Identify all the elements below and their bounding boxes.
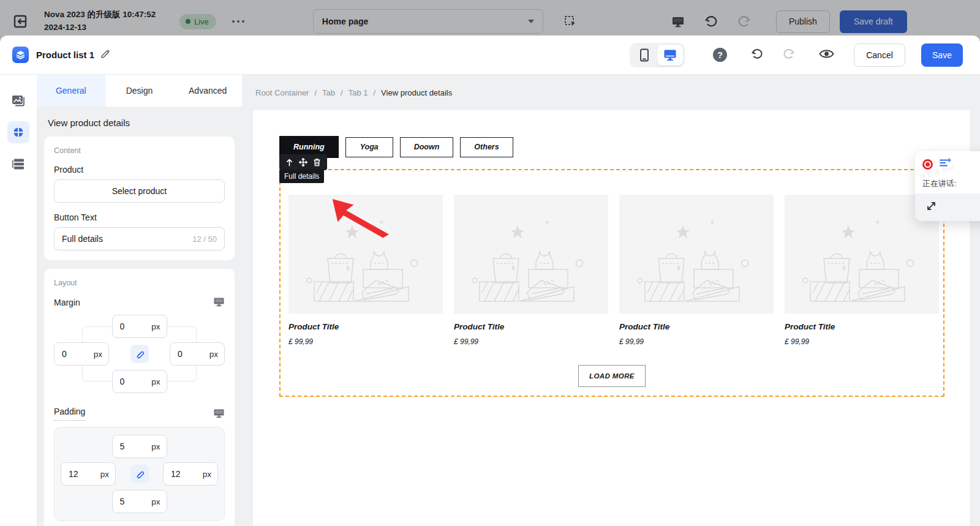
- settings-panel: General Design Advanced View product det…: [37, 75, 242, 526]
- product-price: £ 99,99: [619, 337, 774, 346]
- char-counter: 12 / 50: [192, 235, 217, 244]
- panel-scroll-area[interactable]: View product details Content Product Sel…: [37, 107, 242, 526]
- select-product-button[interactable]: Select product: [54, 179, 225, 203]
- category-tab-doown[interactable]: Doown: [400, 137, 454, 157]
- product-placeholder-image: [619, 195, 774, 314]
- speaking-label: 正在讲话:: [922, 178, 980, 189]
- product-placeholder-image: [454, 195, 608, 314]
- button-text-input[interactable]: [62, 234, 192, 244]
- layout-card: Layout Margin px: [44, 269, 235, 526]
- layout-section-label: Layout: [54, 279, 225, 287]
- margin-bottom-field: px: [112, 370, 167, 393]
- margin-right-field: px: [170, 342, 225, 366]
- component-logo-icon: [12, 47, 29, 63]
- recorder-footer: [915, 193, 980, 221]
- padding-link-values-icon[interactable]: [130, 465, 149, 483]
- transcript-list-icon[interactable]: [939, 157, 951, 171]
- unit-label: px: [151, 497, 160, 506]
- star-icon: [842, 225, 855, 238]
- breadcrumb-root[interactable]: Root Container: [255, 88, 309, 97]
- star-icon: [676, 225, 690, 238]
- save-button[interactable]: Save: [921, 43, 963, 67]
- margin-right-input[interactable]: [178, 349, 202, 359]
- content-card: Content Product Select product Button Te…: [44, 137, 235, 260]
- annotation-arrow: [328, 195, 391, 240]
- breadcrumb: Root Container/ Tab/ Tab 1/ View product…: [255, 88, 452, 97]
- padding-top-input[interactable]: [120, 441, 145, 451]
- padding-right-input[interactable]: [171, 469, 195, 479]
- breadcrumb-tab1[interactable]: Tab 1: [349, 88, 368, 97]
- editor-undo-icon[interactable]: [750, 47, 764, 63]
- padding-bottom-input[interactable]: [120, 497, 145, 506]
- load-more-button[interactable]: LOAD MORE: [578, 365, 646, 387]
- padding-left-input[interactable]: [69, 469, 93, 479]
- margin-top-input[interactable]: [120, 321, 145, 331]
- category-tab-others[interactable]: Others: [460, 137, 513, 157]
- breadcrumb-current: View product details: [381, 88, 452, 97]
- star-icon: [511, 225, 524, 238]
- editor-header: Product list 1 ?: [0, 36, 980, 75]
- expand-icon[interactable]: [926, 201, 937, 214]
- recorder-widget[interactable]: 张舒湛 004 正在讲话:: [915, 151, 980, 221]
- component-title: Product list 1: [36, 50, 94, 60]
- image-icon: [11, 94, 26, 107]
- unit-label: px: [100, 470, 109, 479]
- category-tab-yoga[interactable]: Yoga: [345, 137, 393, 157]
- margin-left-field: px: [54, 342, 109, 366]
- desktop-view-toggle[interactable]: [657, 45, 683, 66]
- block-toolbar: [279, 154, 327, 170]
- unit-label: px: [151, 377, 160, 386]
- panel-tabs: General Design Advanced: [37, 75, 242, 107]
- product-field-label: Product: [54, 165, 225, 175]
- preview-eye-icon[interactable]: [819, 48, 834, 62]
- sidebar-item-media[interactable]: [7, 89, 29, 111]
- padding-top-field: px: [112, 435, 167, 458]
- margin-left-input[interactable]: [62, 349, 86, 359]
- sidebar-item-blocks[interactable]: [7, 121, 29, 143]
- margin-top-field: px: [112, 315, 167, 338]
- tab-advanced[interactable]: Advanced: [173, 75, 242, 107]
- panel-heading: View product details: [48, 118, 231, 128]
- breadcrumb-tab[interactable]: Tab: [322, 88, 335, 97]
- tab-general[interactable]: General: [37, 75, 105, 107]
- editor-redo-icon[interactable]: [782, 47, 796, 63]
- help-icon[interactable]: ?: [713, 48, 727, 62]
- margin-label: Margin: [54, 298, 80, 307]
- product-title: Product Title: [785, 322, 939, 331]
- margin-link-values-icon[interactable]: [130, 345, 149, 363]
- product-price: £ 99,99: [288, 337, 443, 346]
- delete-trash-icon[interactable]: [313, 158, 321, 167]
- product-title: Product Title: [454, 322, 608, 331]
- padding-device-monitor-icon[interactable]: [213, 408, 225, 419]
- product-title: Product Title: [288, 322, 443, 331]
- move-up-icon[interactable]: [285, 159, 293, 167]
- margin-bottom-input[interactable]: [120, 377, 145, 386]
- tab-design[interactable]: Design: [105, 75, 174, 107]
- content-section-label: Content: [54, 146, 225, 155]
- preview-page: Running Yoga Doown Others: [253, 110, 970, 526]
- padding-box-control: px px: [61, 435, 218, 513]
- mobile-view-toggle[interactable]: [631, 45, 657, 66]
- record-icon[interactable]: [922, 159, 933, 170]
- unit-label: px: [209, 350, 218, 359]
- product-price: £ 99,99: [785, 337, 939, 346]
- unit-label: px: [151, 322, 160, 331]
- button-text-label: Button Text: [54, 212, 225, 222]
- unit-label: px: [151, 442, 160, 451]
- sidebar-item-layers[interactable]: [7, 153, 29, 175]
- padding-left-field: px: [61, 462, 116, 486]
- padding-bottom-field: px: [112, 490, 167, 513]
- blocks-icon: [11, 125, 26, 140]
- component-editor-sheet: Product list 1 ?: [0, 36, 980, 526]
- product-card[interactable]: Product Title £ 99,99: [454, 195, 608, 346]
- product-card[interactable]: Product Title £ 99,99: [619, 195, 774, 346]
- canvas-area: Root Container/ Tab/ Tab 1/ View product…: [242, 75, 980, 526]
- padding-right-field: px: [163, 462, 218, 486]
- drag-move-icon[interactable]: [299, 158, 307, 167]
- rename-pencil-icon[interactable]: [100, 48, 111, 61]
- button-text-field: 12 / 50: [54, 227, 225, 250]
- margin-device-monitor-icon[interactable]: [213, 297, 225, 307]
- cancel-button[interactable]: Cancel: [854, 43, 905, 67]
- product-title: Product Title: [619, 322, 774, 331]
- unit-label: px: [203, 470, 211, 479]
